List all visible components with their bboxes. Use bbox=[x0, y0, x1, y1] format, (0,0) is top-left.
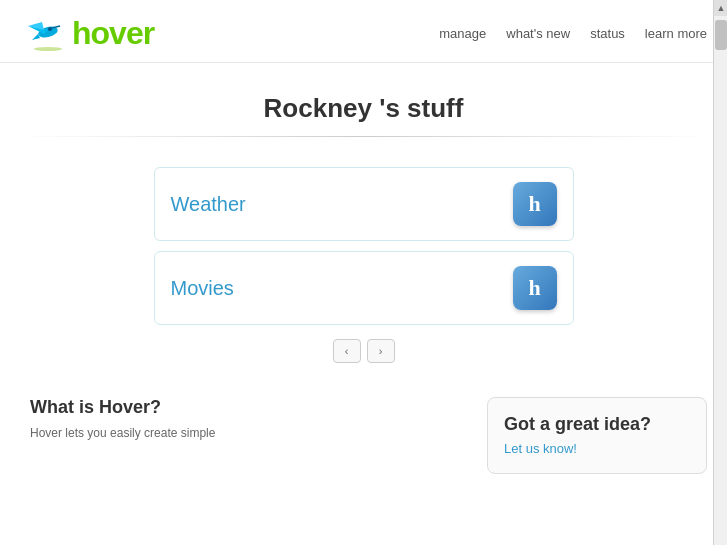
nav-manage[interactable]: manage bbox=[439, 26, 486, 41]
item-row-weather[interactable]: Weather h bbox=[154, 167, 574, 241]
item-row-movies[interactable]: Movies h bbox=[154, 251, 574, 325]
header: hover manage what's new status learn mor… bbox=[0, 0, 727, 63]
what-is-hover-description: Hover lets you easily create simple bbox=[30, 424, 457, 442]
main-nav: manage what's new status learn more bbox=[439, 26, 707, 41]
svg-point-6 bbox=[34, 47, 62, 51]
scrollbar[interactable]: ▲ bbox=[713, 0, 727, 545]
items-container: Weather h Movies h bbox=[154, 167, 574, 325]
scroll-up-button[interactable]: ▲ bbox=[714, 0, 727, 16]
svg-point-3 bbox=[48, 27, 52, 31]
got-idea-title: Got a great idea? bbox=[504, 414, 690, 435]
what-is-hover-section: What is Hover? Hover lets you easily cre… bbox=[20, 397, 467, 442]
svg-line-4 bbox=[52, 26, 60, 28]
nav-learn-more[interactable]: learn more bbox=[645, 26, 707, 41]
next-icon: › bbox=[379, 345, 383, 357]
nav-status[interactable]: status bbox=[590, 26, 625, 41]
item-icon-movies: h bbox=[513, 266, 557, 310]
pagination: ‹ › bbox=[20, 339, 707, 363]
logo-text: hover bbox=[72, 15, 154, 52]
logo-bird-icon bbox=[20, 14, 68, 52]
item-icon-weather: h bbox=[513, 182, 557, 226]
what-is-hover-title: What is Hover? bbox=[30, 397, 457, 418]
prev-icon: ‹ bbox=[345, 345, 349, 357]
logo-area: hover bbox=[20, 14, 154, 52]
page-title: Rockney 's stuff bbox=[20, 93, 707, 124]
next-page-button[interactable]: › bbox=[367, 339, 395, 363]
page-title-section: Rockney 's stuff bbox=[20, 63, 707, 167]
prev-page-button[interactable]: ‹ bbox=[333, 339, 361, 363]
nav-whats-new[interactable]: what's new bbox=[506, 26, 570, 41]
bottom-section: What is Hover? Hover lets you easily cre… bbox=[20, 377, 707, 494]
let-us-know-link[interactable]: Let us know! bbox=[504, 441, 577, 456]
item-label-movies: Movies bbox=[171, 277, 234, 300]
main-content: Rockney 's stuff Weather h Movies h ‹ › … bbox=[0, 63, 727, 494]
item-label-weather: Weather bbox=[171, 193, 246, 216]
title-divider bbox=[20, 136, 707, 137]
scrollbar-thumb[interactable] bbox=[715, 20, 727, 50]
got-idea-box: Got a great idea? Let us know! bbox=[487, 397, 707, 474]
